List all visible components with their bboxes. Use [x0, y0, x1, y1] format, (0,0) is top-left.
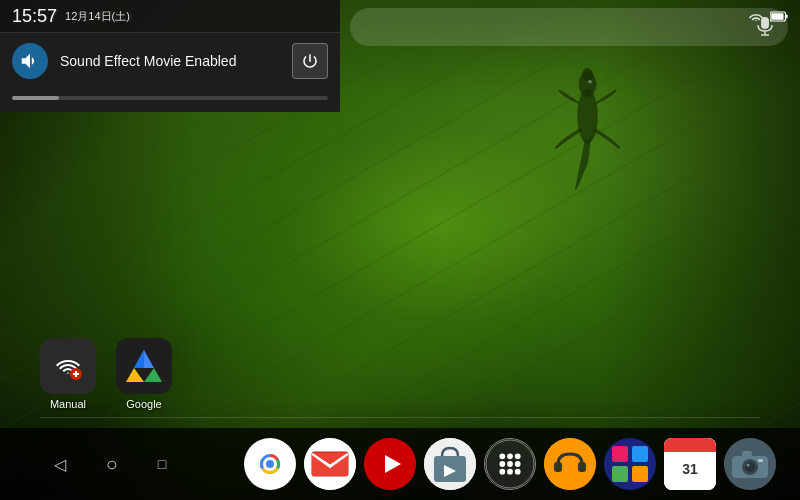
- svg-rect-47: [554, 462, 562, 472]
- lizard-decoration: [530, 30, 650, 190]
- svg-rect-49: [604, 438, 656, 490]
- svg-point-37: [499, 453, 505, 459]
- notification-header: 15:57 12月14日(土): [0, 0, 340, 32]
- notification-icon: [12, 43, 48, 79]
- mic-icon[interactable]: [756, 16, 774, 38]
- svg-text:31: 31: [682, 461, 698, 477]
- svg-rect-52: [612, 466, 628, 482]
- taskbar-calendar[interactable]: 31: [664, 438, 716, 490]
- navigation-bar: ◁ ○ □: [0, 453, 220, 476]
- svg-point-2: [583, 68, 593, 80]
- back-button[interactable]: ◁: [54, 455, 66, 474]
- progress-fill: [12, 96, 59, 100]
- google-label: Google: [126, 398, 161, 410]
- svg-rect-64: [758, 459, 763, 462]
- svg-point-3: [588, 80, 592, 84]
- progress-track: [12, 96, 328, 100]
- svg-point-45: [515, 469, 521, 475]
- svg-point-61: [745, 462, 755, 472]
- svg-rect-48: [578, 462, 586, 472]
- svg-rect-63: [742, 451, 752, 457]
- taskbar: ◁ ○ □: [0, 428, 800, 500]
- taskbar-playstore[interactable]: [424, 438, 476, 490]
- panel-date: 12月14日(土): [65, 9, 130, 24]
- notification-item[interactable]: Sound Effect Movie Enabled: [0, 32, 340, 88]
- taskbar-chrome[interactable]: [244, 438, 296, 490]
- desktop-apps: Manual Google: [40, 338, 172, 410]
- svg-point-44: [507, 469, 513, 475]
- svg-rect-51: [632, 446, 648, 462]
- svg-point-39: [515, 453, 521, 459]
- taskbar-youtube[interactable]: [364, 438, 416, 490]
- desktop-app-google[interactable]: Google: [116, 338, 172, 410]
- svg-point-62: [747, 464, 750, 467]
- svg-rect-53: [632, 466, 648, 482]
- home-button[interactable]: ○: [106, 453, 118, 476]
- recents-button[interactable]: □: [158, 456, 166, 472]
- taskbar-apps: 31: [220, 438, 800, 490]
- notification-text: Sound Effect Movie Enabled: [60, 53, 292, 69]
- taskbar-apps-grid[interactable]: [484, 438, 536, 490]
- svg-rect-7: [761, 17, 769, 29]
- taskbar-camera[interactable]: [724, 438, 776, 490]
- taskbar-photos[interactable]: [604, 438, 656, 490]
- svg-point-38: [507, 453, 513, 459]
- taskbar-music[interactable]: [544, 438, 596, 490]
- search-bar[interactable]: [350, 8, 788, 46]
- desktop-separator: [40, 417, 760, 418]
- svg-point-41: [507, 461, 513, 467]
- google-icon: [116, 338, 172, 394]
- svg-point-40: [499, 461, 505, 467]
- desktop-app-manual[interactable]: Manual: [40, 338, 96, 410]
- svg-point-0: [578, 89, 598, 143]
- taskbar-gmail[interactable]: [304, 438, 356, 490]
- svg-point-42: [515, 461, 521, 467]
- svg-point-43: [499, 469, 505, 475]
- manual-label: Manual: [50, 398, 86, 410]
- power-button[interactable]: [292, 43, 328, 79]
- panel-time: 15:57: [12, 6, 57, 27]
- svg-rect-50: [612, 446, 628, 462]
- svg-point-26: [266, 460, 274, 468]
- svg-point-46: [544, 438, 596, 490]
- progress-bar-area: [0, 88, 340, 112]
- svg-rect-56: [664, 446, 716, 452]
- manual-icon: [40, 338, 96, 394]
- svg-rect-5: [786, 14, 788, 18]
- notification-panel: 15:57 12月14日(土) Sound Effect Movie Enabl…: [0, 0, 340, 112]
